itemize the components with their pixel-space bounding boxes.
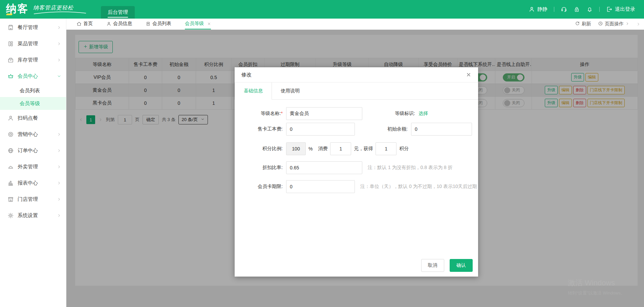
- dishes-icon: [7, 41, 14, 47]
- level-name-input[interactable]: [286, 107, 362, 120]
- chev-right-icon: [57, 58, 61, 62]
- lock-icon: [574, 6, 580, 13]
- chev-right-icon: [57, 181, 61, 185]
- initial-balance-input[interactable]: [411, 123, 472, 136]
- logout-icon: [606, 6, 613, 13]
- sidebar-item-member-center[interactable]: 会员中心: [0, 68, 66, 84]
- sidebar-item-order-center[interactable]: 订单中心: [0, 142, 66, 159]
- lock-button[interactable]: [574, 6, 580, 13]
- page-tabbar: 首页会员信息会员列表会员等级 刷新 页面操作: [66, 19, 644, 30]
- confirm-button[interactable]: 确认: [450, 259, 473, 272]
- notifications-button[interactable]: [586, 6, 593, 13]
- chev-right-icon: [625, 22, 629, 26]
- top-header: 纳客 纳客管店更轻松 后台管理 静静 退出登录: [0, 0, 644, 19]
- inventory-icon: [7, 57, 14, 63]
- consume-amount-input[interactable]: [330, 142, 351, 155]
- modal-tab[interactable]: 基础信息: [235, 82, 272, 100]
- pageops-icon: [598, 21, 603, 26]
- takeout-icon: [7, 164, 14, 170]
- doc-icon: [146, 21, 151, 26]
- tab-scroll-right[interactable]: [636, 22, 641, 26]
- period-note: 注：单位（天），默认 0 为不过期，10 表示10天后过期: [360, 184, 477, 190]
- windows-activation-watermark: 激活 Windows 转到“设置”以激活 Windows。: [568, 278, 625, 296]
- card-period-input[interactable]: [286, 180, 355, 193]
- home-icon: [77, 21, 82, 26]
- userbar: 静静 退出登录: [529, 6, 635, 13]
- report-icon: [7, 180, 14, 186]
- modal-tab[interactable]: 使用说明: [272, 82, 308, 99]
- nav-tab-backend[interactable]: 后台管理: [101, 6, 135, 19]
- sidebar-item-dish-mgmt[interactable]: 菜品管理: [0, 36, 66, 52]
- main-layout: 餐厅管理菜品管理库存管理会员中心会员列表会员等级扫码点餐营销中心订单中心外卖管理…: [0, 19, 644, 307]
- tab-member-info[interactable]: 会员信息: [106, 19, 132, 29]
- scan-icon: [7, 115, 14, 121]
- marketing-icon: [7, 131, 14, 138]
- close-icon: [466, 72, 471, 77]
- crown-icon: [7, 73, 14, 79]
- app-logo: 纳客: [6, 3, 28, 15]
- sidebar-item-restaurant-mgmt[interactable]: 餐厅管理: [0, 19, 66, 36]
- sidebar-item-scan-order[interactable]: 扫码点餐: [0, 110, 66, 126]
- chev-right-icon: [57, 165, 61, 169]
- required-mark: *: [281, 111, 283, 116]
- chev-right-icon: [57, 197, 61, 202]
- user-icon: [106, 21, 111, 26]
- app-window: 纳客 纳客管店更轻松 后台管理 静静 退出登录 餐厅管理菜品管理库存管理会: [0, 0, 644, 307]
- logout-button[interactable]: 退出登录: [606, 6, 635, 13]
- sidebar-item-marketing-center[interactable]: 营销中心: [0, 126, 66, 142]
- sidebar-item-inventory-mgmt[interactable]: 库存管理: [0, 52, 66, 68]
- store-icon: [7, 196, 14, 203]
- settings-icon: [7, 212, 14, 219]
- refresh-button[interactable]: 刷新: [575, 21, 591, 27]
- discount-rate-input[interactable]: [286, 161, 362, 174]
- sidebar-item-store-mgmt[interactable]: 门店管理: [0, 191, 66, 207]
- chev-right-icon: [636, 22, 641, 26]
- badge-select-link[interactable]: 选择: [418, 111, 428, 117]
- slogan-underline: [33, 11, 87, 15]
- refresh-icon: [575, 21, 580, 26]
- gain-points-input[interactable]: [375, 142, 396, 155]
- chevron-right-icon: [625, 21, 629, 27]
- brand: 纳客 纳客管店更轻松: [6, 3, 87, 15]
- divider: [554, 7, 554, 12]
- bell-icon: [586, 6, 593, 13]
- chev-right-icon: [57, 213, 61, 218]
- order-icon: [7, 147, 14, 154]
- chev-right-icon: [57, 42, 61, 46]
- support-button[interactable]: [561, 6, 567, 13]
- sidebar-item-takeout-mgmt[interactable]: 外卖管理: [0, 159, 66, 175]
- sidebar: 餐厅管理菜品管理库存管理会员中心会员列表会员等级扫码点餐营销中心订单中心外卖管理…: [0, 19, 66, 307]
- chev-down-icon: [57, 74, 61, 78]
- headset-icon: [561, 6, 567, 13]
- tab-member-list[interactable]: 会员列表: [146, 19, 171, 29]
- chev-right-icon: [57, 148, 61, 153]
- restaurant-icon: [7, 24, 14, 31]
- sidebar-item-system-settings[interactable]: 系统设置: [0, 207, 66, 223]
- sidebar-item-report-center[interactable]: 报表中心: [0, 175, 66, 191]
- discount-note: 注：默认 1 为没有折扣，0.8 表示为 8 折: [368, 165, 452, 171]
- tab-close-icon[interactable]: [207, 22, 211, 26]
- chev-right-icon: [57, 132, 61, 137]
- brand-slogan: 纳客管店更轻松: [33, 4, 87, 11]
- close-icon: [207, 22, 211, 26]
- points-ratio-input: [286, 142, 306, 155]
- modal-tabs: 基础信息使用说明: [235, 82, 478, 100]
- right-column: 首页会员信息会员列表会员等级 刷新 页面操作: [66, 19, 644, 307]
- chev-right-icon: [57, 25, 61, 30]
- username: 静静: [537, 6, 548, 13]
- modal-close-button[interactable]: [466, 72, 471, 77]
- user-icon: [529, 6, 535, 13]
- tab-member-level[interactable]: 会员等级: [185, 19, 211, 29]
- edit-level-modal: 修改 基础信息使用说明 等级名称:* 等级标识: 选择 售卡工本费:: [235, 67, 478, 277]
- cancel-button[interactable]: 取消: [421, 259, 444, 272]
- divider: [599, 7, 600, 12]
- tab-home[interactable]: 首页: [77, 19, 93, 29]
- page-ops-button[interactable]: 页面操作: [598, 21, 629, 27]
- card-fee-input[interactable]: [286, 123, 355, 136]
- sidebar-subitem-member-list[interactable]: 会员列表: [0, 84, 66, 97]
- modal-title: 修改: [241, 72, 252, 78]
- content-area: 新增等级 等级名称售卡工本费初始金额积分比例会员折扣过期限制升级等级自动降级享受…: [66, 30, 644, 307]
- sidebar-subitem-member-level[interactable]: 会员等级: [0, 97, 66, 110]
- user-menu[interactable]: 静静: [529, 6, 548, 13]
